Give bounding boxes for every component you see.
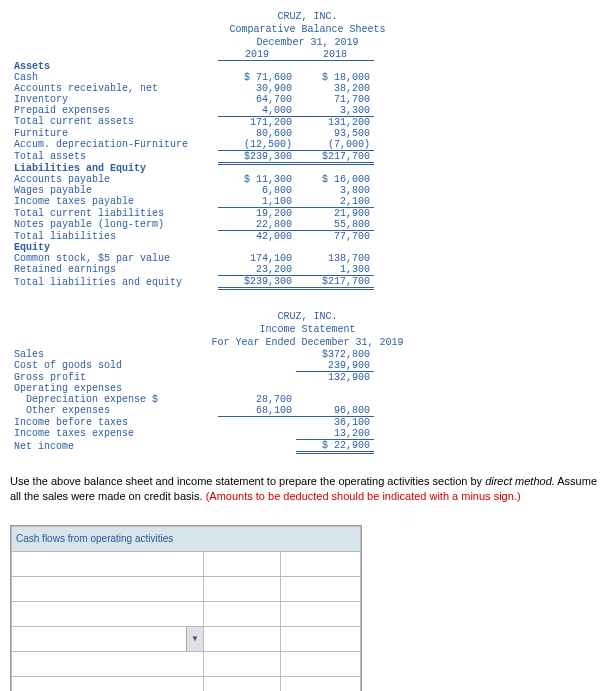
row-val: 68,100 (218, 405, 296, 417)
liab-header: Liabilities and Equity (10, 163, 218, 174)
bs-header: CRUZ, INC. Comparative Balance Sheets De… (10, 10, 605, 49)
row-label: Net income (10, 440, 218, 453)
row-label: Operating expenses (10, 383, 218, 394)
answer-cell[interactable] (12, 576, 204, 601)
row-val: 171,200 (218, 116, 296, 128)
row-val: $ 71,600 (218, 72, 296, 83)
row-val: 174,100 (218, 253, 296, 264)
table-row (12, 651, 361, 676)
row-label: Cash (10, 72, 218, 83)
row-label: Total liabilities and equity (10, 276, 218, 289)
row-val: 96,800 (296, 405, 374, 417)
row-label: Income taxes expense (10, 428, 218, 440)
row-val: 138,700 (296, 253, 374, 264)
row-val: 3,300 (296, 105, 374, 117)
row-val: 93,500 (296, 128, 374, 139)
answer-dropdown-cell[interactable]: ▼ (12, 626, 204, 651)
answer-cell[interactable] (280, 551, 360, 576)
answer-cell[interactable] (203, 601, 280, 626)
answer-cell[interactable] (203, 651, 280, 676)
is-company: CRUZ, INC. (10, 310, 605, 323)
row-label: Total current liabilities (10, 208, 218, 220)
answer-cell[interactable] (203, 576, 280, 601)
row-val: $ 16,000 (296, 174, 374, 185)
row-val: 80,600 (218, 128, 296, 139)
answer-cell[interactable] (203, 676, 280, 691)
row-label: Income before taxes (10, 417, 218, 429)
chevron-down-icon[interactable]: ▼ (186, 627, 203, 651)
row-val: 2,100 (296, 196, 374, 208)
answer-grid: Cash flows from operating activities ▼ (10, 525, 362, 691)
assets-header: Assets (10, 61, 218, 72)
answer-cell[interactable] (280, 676, 360, 691)
row-val: 23,200 (218, 264, 296, 276)
row-val: $ 22,900 (296, 440, 374, 453)
row-val: 71,700 (296, 94, 374, 105)
income-statement: CRUZ, INC. Income Statement For Year End… (10, 310, 605, 454)
answer-cell[interactable] (12, 601, 204, 626)
row-val: 4,000 (218, 105, 296, 117)
row-val: 42,000 (218, 231, 296, 243)
row-label: Other expenses (10, 405, 218, 417)
row-label: Wages payable (10, 185, 218, 196)
is-date: For Year Ended December 31, 2019 (10, 336, 605, 349)
answer-cell[interactable] (203, 626, 280, 651)
row-label: Sales (10, 349, 218, 360)
row-val: $372,800 (296, 349, 374, 360)
row-val: 1,100 (218, 196, 296, 208)
answer-cell[interactable] (12, 551, 204, 576)
row-val: 131,200 (296, 116, 374, 128)
row-label: Gross profit (10, 372, 218, 384)
row-val: 38,200 (296, 83, 374, 94)
answer-header: Cash flows from operating activities (12, 526, 361, 551)
row-label: Furniture (10, 128, 218, 139)
row-val: $217,700 (296, 276, 374, 289)
bs-company: CRUZ, INC. (10, 10, 605, 23)
answer-cell[interactable] (280, 576, 360, 601)
row-val: $217,700 (296, 150, 374, 163)
instr-text-italic: direct method. (485, 475, 555, 487)
answer-cell[interactable] (280, 651, 360, 676)
row-val: $ 11,300 (218, 174, 296, 185)
row-label: Accounts receivable, net (10, 83, 218, 94)
instr-text: Use the above balance sheet and income s… (10, 475, 485, 487)
table-row (12, 676, 361, 691)
table-row (12, 576, 361, 601)
row-val: 132,900 (296, 372, 374, 384)
row-val: $ 18,000 (296, 72, 374, 83)
row-label: Notes payable (long-term) (10, 219, 218, 231)
row-val: 36,100 (296, 417, 374, 429)
equity-header: Equity (10, 242, 218, 253)
answer-table: Cash flows from operating activities ▼ (11, 526, 361, 691)
row-val: $239,300 (218, 150, 296, 163)
is-title: Income Statement (10, 323, 605, 336)
bs-col-2019: 2019 (218, 49, 296, 61)
bs-table: 20192018 Assets Cash$ 71,600$ 18,000 Acc… (10, 49, 374, 290)
answer-cell[interactable] (12, 651, 204, 676)
row-val: (7,000) (296, 139, 374, 151)
row-label: Depreciation expense $ (10, 394, 218, 405)
answer-cell[interactable] (203, 551, 280, 576)
instr-text-red: (Amounts to be deducted should be indica… (206, 490, 521, 502)
row-label: Total liabilities (10, 231, 218, 243)
row-val: (12,500) (218, 139, 296, 151)
row-label: Common stock, $5 par value (10, 253, 218, 264)
row-val: 30,900 (218, 83, 296, 94)
is-header: CRUZ, INC. Income Statement For Year End… (10, 310, 605, 349)
bs-col-2018: 2018 (296, 49, 374, 61)
answer-cell[interactable] (280, 601, 360, 626)
row-val: 77,700 (296, 231, 374, 243)
row-val: 55,800 (296, 219, 374, 231)
row-val: 6,800 (218, 185, 296, 196)
row-val: 1,300 (296, 264, 374, 276)
answer-cell[interactable] (280, 626, 360, 651)
row-label: Retained earnings (10, 264, 218, 276)
answer-cell[interactable] (12, 676, 204, 691)
table-row (12, 551, 361, 576)
row-label: Accum. depreciation-Furniture (10, 139, 218, 151)
balance-sheet: CRUZ, INC. Comparative Balance Sheets De… (10, 10, 605, 290)
table-row: ▼ (12, 626, 361, 651)
row-val: 239,900 (296, 360, 374, 372)
row-label: Income taxes payable (10, 196, 218, 208)
is-table: Sales$372,800 Cost of goods sold239,900 … (10, 349, 374, 454)
